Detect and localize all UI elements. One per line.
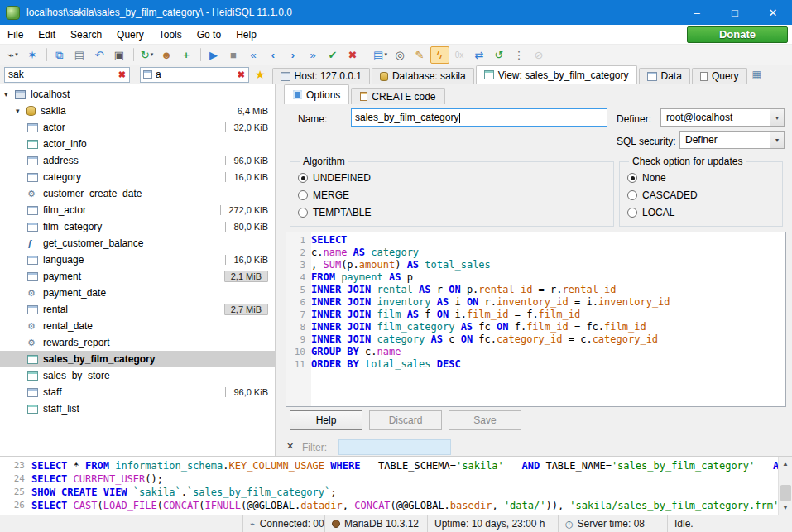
tree-item[interactable]: actor 32,0 KiB bbox=[0, 119, 275, 136]
radio-temptable[interactable]: TEMPTABLE bbox=[298, 204, 613, 221]
new-query-tab-button[interactable]: ▦ bbox=[752, 69, 761, 80]
scrollbar-thumb[interactable] bbox=[780, 485, 791, 501]
maximize-button[interactable]: □ bbox=[716, 0, 754, 25]
tree-item[interactable]: sales_by_store bbox=[0, 367, 275, 384]
subtab[interactable]: Options bbox=[284, 84, 349, 104]
tree-item[interactable]: rental 2,7 MiB bbox=[0, 301, 275, 318]
menu-item[interactable]: Go to bbox=[190, 25, 228, 44]
export-icon[interactable]: ▤ bbox=[70, 46, 89, 64]
tree-item[interactable]: rewards_report bbox=[0, 334, 275, 351]
swap-icon[interactable]: ⇄ bbox=[470, 46, 489, 64]
radio-undefined[interactable]: UNDEFINED bbox=[298, 169, 613, 186]
print-icon[interactable]: ▣ bbox=[110, 46, 129, 64]
cancel-x-icon[interactable]: ✖ bbox=[343, 46, 362, 64]
execute-icon[interactable]: ▶ bbox=[204, 46, 223, 64]
radio-local[interactable]: LOCAL bbox=[627, 204, 782, 221]
tree-item[interactable]: get_customer_balance bbox=[0, 235, 275, 252]
view-name-input[interactable]: sales_by_film_category bbox=[351, 108, 607, 127]
tree-item[interactable]: ▾ sakila 6,4 MiB bbox=[0, 103, 275, 119]
tree-item[interactable]: sales_by_film_category bbox=[0, 351, 275, 367]
scroll-up-icon[interactable]: ▲ bbox=[782, 457, 789, 471]
reload-icon[interactable]: ↺ bbox=[490, 46, 509, 64]
highlighter-icon[interactable]: ✎ bbox=[410, 46, 430, 64]
main-tab[interactable]: Database: sakila bbox=[372, 68, 474, 84]
main-tab[interactable]: Host: 127.0.0.1 bbox=[272, 68, 370, 84]
toolbar-separator[interactable] bbox=[46, 48, 47, 61]
toolbar-separator[interactable] bbox=[367, 48, 367, 61]
stop-icon[interactable]: ■ bbox=[224, 46, 243, 64]
log-scrollbar[interactable]: ▲ ▼ bbox=[778, 457, 792, 515]
tree-item[interactable]: ▾ localhost bbox=[0, 86, 275, 103]
definer-select[interactable]: root@localhost ▾ bbox=[660, 108, 785, 127]
close-button[interactable]: ✕ bbox=[754, 0, 792, 25]
menu-item[interactable]: File bbox=[0, 25, 31, 44]
menu-item[interactable]: Help bbox=[228, 25, 264, 44]
column-filter-input[interactable] bbox=[152, 69, 234, 80]
new-window-icon[interactable]: ✶ bbox=[23, 46, 42, 64]
filter-input[interactable] bbox=[338, 439, 451, 455]
tree-item[interactable]: payment_date bbox=[0, 285, 275, 301]
nav-last-icon[interactable]: » bbox=[304, 46, 323, 64]
tree-item-label: category bbox=[43, 171, 81, 183]
tree-expander-icon[interactable]: ▾ bbox=[4, 90, 15, 98]
session-manager-icon[interactable]: ⌁ ▾ bbox=[3, 46, 22, 64]
tree-item[interactable]: staff_list bbox=[0, 400, 275, 417]
user-manager-icon[interactable]: ☻ bbox=[157, 46, 176, 64]
hex-toggle-icon[interactable]: 0x bbox=[450, 46, 469, 64]
help-button[interactable]: Help bbox=[290, 410, 362, 430]
menu-item[interactable]: Edit bbox=[31, 25, 63, 44]
refresh-icon[interactable]: ↻ ▾ bbox=[137, 46, 156, 64]
tree-item[interactable]: rental_date bbox=[0, 318, 275, 334]
chevron-down-icon[interactable]: ▾ bbox=[770, 132, 784, 148]
undo-icon[interactable]: ↶ bbox=[90, 46, 109, 64]
toolbar-separator[interactable] bbox=[200, 48, 201, 61]
tree-item[interactable]: film_actor 272,0 KiB bbox=[0, 202, 275, 218]
clear-filter-icon[interactable]: ✖ bbox=[115, 69, 129, 80]
radio-none[interactable]: None bbox=[627, 169, 782, 186]
close-filter-icon[interactable]: ✕ bbox=[286, 441, 294, 452]
main-tab[interactable]: Data bbox=[639, 68, 690, 84]
toolbar-separator[interactable] bbox=[133, 48, 134, 61]
tree-item[interactable]: address 96,0 KiB bbox=[0, 152, 275, 169]
tree-item[interactable]: customer_create_date bbox=[0, 185, 275, 202]
tree-item[interactable]: language 16,0 KiB bbox=[0, 252, 275, 268]
tree-item-icon bbox=[26, 106, 36, 116]
clear-filter-icon[interactable]: ✖ bbox=[234, 69, 248, 80]
tree-item[interactable]: film_category 80,0 KiB bbox=[0, 218, 275, 235]
table-filter-input[interactable] bbox=[5, 69, 115, 80]
tree-item[interactable]: staff 96,0 KiB bbox=[0, 384, 275, 400]
apply-check-icon[interactable]: ✔ bbox=[324, 46, 343, 64]
subtab[interactable]: CREATE code bbox=[351, 88, 444, 104]
find-icon[interactable]: ◎ bbox=[391, 46, 410, 64]
menu-item[interactable]: Search bbox=[63, 25, 109, 44]
minimize-button[interactable]: – bbox=[678, 0, 716, 25]
more-icon[interactable]: ⋮ bbox=[510, 46, 529, 64]
nav-next-icon[interactable]: › bbox=[284, 46, 303, 64]
donate-button[interactable]: Donate bbox=[687, 26, 788, 43]
favorites-star-icon[interactable]: ★ bbox=[255, 68, 266, 81]
radio-cascaded[interactable]: CASCADED bbox=[627, 186, 782, 204]
tree-item[interactable]: category 16,0 KiB bbox=[0, 169, 275, 185]
menu-item[interactable]: Tools bbox=[151, 25, 190, 44]
nav-prev-icon[interactable]: ‹ bbox=[264, 46, 283, 64]
tree-expander-icon[interactable]: ▾ bbox=[16, 107, 26, 115]
sql-editor[interactable]: 1 SELECT 2 c.name AS category 3 , SUM(p.… bbox=[286, 232, 786, 407]
main-tab[interactable]: Query bbox=[692, 68, 747, 84]
code-text: INNER JOIN category AS c ON fc.category_… bbox=[311, 333, 658, 346]
copy-icon[interactable]: ⧉ bbox=[50, 46, 70, 64]
abort-icon[interactable]: ⊘ bbox=[530, 46, 549, 64]
tree-item[interactable]: actor_info bbox=[0, 136, 275, 152]
chevron-down-icon[interactable]: ▾ bbox=[770, 109, 784, 126]
new-query-tab-icon[interactable]: ▤ ▾ bbox=[371, 46, 390, 64]
main-tab[interactable]: View: sales_by_film_category bbox=[476, 65, 637, 84]
tree-item[interactable]: payment 2,1 MiB bbox=[0, 268, 275, 285]
save-button[interactable]: Save bbox=[449, 410, 521, 430]
radio-merge[interactable]: MERGE bbox=[298, 186, 613, 204]
nav-first-icon[interactable]: « bbox=[244, 46, 263, 64]
discard-button[interactable]: Discard bbox=[369, 410, 442, 430]
sql-security-select[interactable]: Definer ▾ bbox=[679, 131, 785, 149]
menu-item[interactable]: Query bbox=[109, 25, 151, 44]
scroll-down-icon[interactable]: ▼ bbox=[782, 501, 789, 515]
lightning-toggle-icon[interactable]: ϟ bbox=[430, 46, 449, 64]
create-new-icon[interactable]: + bbox=[177, 46, 196, 64]
